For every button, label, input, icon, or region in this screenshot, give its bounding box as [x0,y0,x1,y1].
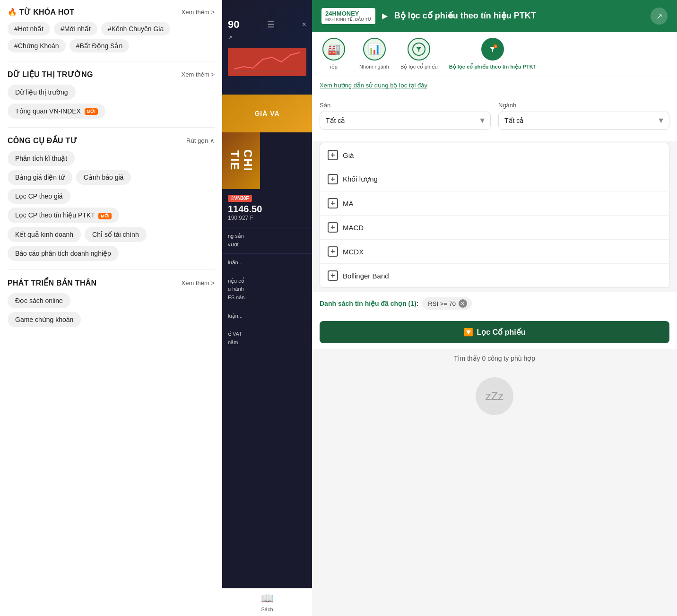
menu-du-lieu-thi-truong[interactable]: Dữ liệu thị trường [8,85,76,100]
plus-icon-mcdx: + [328,246,338,257]
brand-logo: 24HMONEY MXH KINH TẾ, ĐẦU TƯ [321,8,375,24]
market-data-title: DỮ LIỆU THỊ TRƯỜNG [8,70,93,79]
brand-name: 24HMONEY [325,10,372,17]
news-snippet-1: ng sảnvượt [222,227,312,253]
investment-tools-title: CÔNG CỤ ĐẦU TƯ [8,136,77,145]
filter-option-khoi-luong[interactable]: + Khối lượng [320,167,669,191]
tab-doanh-nghiep[interactable]: 🏭 iệp [320,38,348,70]
hot-keywords-link[interactable]: Xem thêm > [182,9,215,16]
tab-icon-doanh-nghiep: 🏭 [322,38,345,61]
menu-loc-cp-theo-gia[interactable]: Lọc CP theo giá [8,189,70,204]
tag-hot-nhat[interactable]: #Hot nhất [8,22,50,35]
tag-bat-dong-san[interactable]: #Bất Động Sản [69,39,130,52]
tab-icon-tin-hieu: ✓ [481,38,504,61]
helper-link-area: Xem hướng dẫn sử dụng bộ lọc tại đây [312,76,677,94]
filter-option-khoi-luong-label: Khối lượng [343,175,378,183]
menu-doc-sach[interactable]: Đọc sách online [8,293,70,308]
plus-icon-gia: + [328,150,338,160]
middle-content: 90 ☰ × ↗ GIÁ VA CHI TIE ©VN30F [222,0,312,351]
vat-text: ế VATnăm [228,330,306,347]
filter-option-mcdx-label: MCDX [343,248,364,256]
tag-moi-nhat[interactable]: #Mới nhất [54,22,97,35]
ticker-icon: ☰ [267,19,275,30]
filter-option-macd[interactable]: + MACD [320,216,669,240]
tag-kenh-chuyen-gia[interactable]: #Kênh Chuyên Gia [101,22,170,35]
ticker-arrow: ↗ [228,35,306,41]
menu-chi-so-tai-chinh[interactable]: Chỉ số tài chính [85,227,147,242]
tab-label-nhom-nganh: Nhóm ngành [359,63,389,70]
menu-game-chung-khoan[interactable]: Game chứng khoán [8,312,81,327]
tab-icon-chart: 📊 [368,43,381,55]
filter-option-ma-label: MA [343,200,354,208]
vn30-change: 190,927 F [228,215,306,221]
panel-header: 24HMONEY MXH KINH TẾ, ĐẦU TƯ ▶ Bộ lọc cổ… [312,0,677,32]
filter-btn-label: Lọc Cổ phiếu [477,328,526,337]
helper-link[interactable]: Xem hướng dẫn sử dụng bộ lọc tại đây [320,82,427,89]
tab-nhom-nganh[interactable]: 📊 Nhóm ngành [359,38,389,70]
chi-tie-box: CHI TIE [222,132,260,189]
filter-option-mcdx[interactable]: + MCDX [320,240,669,264]
loc-co-phieu-button[interactable]: 🔽 Lọc Cổ phiếu [320,321,669,343]
vn30-value: 1146.50 [228,204,306,215]
san-select[interactable]: Tất cả HOSE HNX UPCOM [320,112,491,130]
filter-option-bollinger[interactable]: + Bollinger Band [320,264,669,287]
plus-icon-khoi-luong: + [328,174,338,184]
tab-bo-loc-co-phieu[interactable]: Bộ lọc cổ phiếu [400,38,438,70]
tab-bo-loc-tin-hieu[interactable]: ✓ Bộ lọc cổ phiếu theo tín hiệu PTKT [449,38,537,70]
san-select-wrapper: Tất cả HOSE HNX UPCOM ▼ [320,112,491,130]
hot-keywords-section-header: 🔥 TỪ KHÓA HOT Xem thêm > [8,8,215,17]
filter-option-macd-label: MACD [343,224,364,232]
plus-icon-bollinger: + [328,270,338,281]
signal-chip-rsi: RSI >= 70 ✕ [422,297,472,310]
share-button[interactable]: ↗ [651,8,668,25]
menu-bang-gia-dien-tu[interactable]: Bảng giá điện tử [8,170,72,185]
filter-options-list: + Giá + Khối lượng + MA + MACD + MCDX + … [320,143,669,288]
vn30-box: ©VN30F 1146.50 190,927 F [222,189,312,227]
ticker-close: × [302,20,306,29]
signal-chip-label: RSI >= 70 [428,300,456,307]
stock-ticker-area: 90 ☰ × ↗ [222,0,312,95]
vat-text-box: ế VATnăm [222,325,312,351]
gia-va-box: GIÁ VA [222,95,312,132]
plus-icon-ma: + [328,198,338,208]
tab-icon-factory: 🏭 [328,43,340,55]
selected-signals-label: Danh sách tín hiệu đã chọn (1): [320,300,418,307]
investment-tools-link[interactable]: Rút gọn ∧ [186,137,215,144]
nganh-select[interactable]: Tất cả Ngân hàng Bất động sản Công nghệ [498,112,669,130]
hot-keywords-tags: #Hot nhất #Mới nhất #Kênh Chuyên Gia #Ch… [8,22,215,52]
menu-bao-cao-phan-tich[interactable]: Báo cáo phân tích doanh nghiệp [8,246,119,261]
menu-tong-quan-vn-index[interactable]: Tổng quan VN-INDEX MỚI [8,104,105,119]
menu-phan-tich-ki-thuat[interactable]: Phân tích kĩ thuật [8,151,75,166]
brand-sub: MXH KINH TẾ, ĐẦU TƯ [325,17,372,22]
filter-row: Sàn Tất cả HOSE HNX UPCOM ▼ Ngành Tất cả [320,102,669,130]
self-dev-link[interactable]: Xem thêm > [182,279,215,286]
news-text-4: luận... [228,312,306,321]
news-snippet-4: luận... [222,307,312,325]
tab-label-doanh-nghiep: iệp [330,63,338,70]
sleeping-icon: zZz [476,377,513,415]
nganh-select-wrapper: Tất cả Ngân hàng Bất động sản Công nghệ … [498,112,669,130]
menu-ket-qua-kinh-doanh[interactable]: Kết quả kinh doanh [8,227,81,242]
signal-remove-button[interactable]: ✕ [459,299,467,308]
middle-panel: 90 ☰ × ↗ GIÁ VA CHI TIE ©VN30F [222,0,312,616]
filter-dropdowns: Sàn Tất cả HOSE HNX UPCOM ▼ Ngành Tất cả [312,94,677,141]
vn30-badge: ©VN30F [228,195,252,202]
nganh-label: Ngành [498,102,669,109]
filter-option-ma[interactable]: + MA [320,191,669,216]
market-data-items: Dữ liệu thị trường Tổng quan VN-INDEX MỚ… [8,85,215,119]
header-title: Bộ lọc cổ phiếu theo tín hiệu PTKT [394,10,536,21]
book-label: Sách [261,607,273,612]
tag-chung-khoan[interactable]: #Chứng Khoán [8,39,66,52]
menu-loc-cp-tin-hieu[interactable]: Lọc CP theo tín hiệu PTKT MỚI [8,208,119,223]
filter-option-bollinger-label: Bollinger Band [343,272,389,280]
news-text-3: riệu cổu hànhFS nân... [228,277,306,302]
menu-row-1: Bảng giá điện tử Cảnh báo giá [8,170,215,185]
filter-option-gia[interactable]: + Giá [320,143,669,167]
menu-row-2: Kết quả kinh doanh Chỉ số tài chính [8,227,215,242]
ticker-chart [228,48,306,76]
menu-canh-bao-gia[interactable]: Cảnh báo giá [76,170,131,185]
header-left: 24HMONEY MXH KINH TẾ, ĐẦU TƯ ▶ Bộ lọc cổ… [321,8,536,24]
nav-book[interactable]: 📖 Sách [261,592,274,612]
market-data-link[interactable]: Xem thêm > [182,71,215,78]
plus-icon-macd: + [328,222,338,233]
